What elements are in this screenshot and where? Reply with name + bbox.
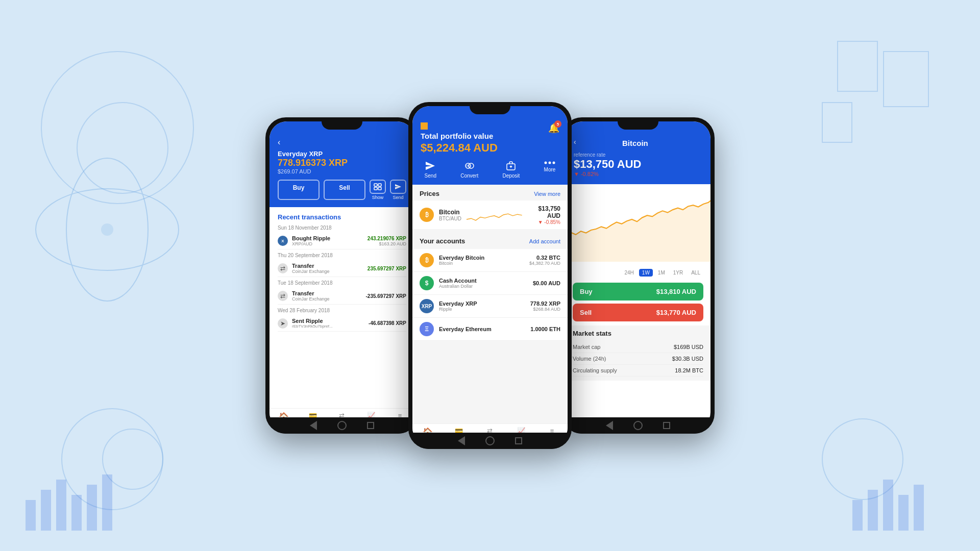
account-crypto: $0.00 AUD [533, 280, 560, 286]
right-phone-notch [618, 117, 658, 130]
svg-rect-8 [102, 474, 112, 531]
list-item[interactable]: $ Cash Account Australian Dollar $0.00 A… [412, 272, 568, 295]
left-phone-notch [322, 117, 362, 130]
account-type: Bitcoin [439, 261, 524, 266]
svg-rect-15 [378, 184, 381, 186]
table-row[interactable]: ➤ Sent Ripple rEbTV3nRk5u7bpref... -46.6… [278, 315, 406, 332]
bitcoin-price: $13,750 AUD [527, 205, 560, 219]
left-header: ‹ Everyday XRP 778.916373 XRP $269.07 AU… [270, 121, 414, 207]
bitcoin-pair: BTC/AUD [439, 216, 461, 221]
add-account-link[interactable]: Add account [529, 238, 560, 244]
send-button[interactable]: Send [390, 180, 406, 200]
tx-crypto-amount: 243.219076 XRP [368, 236, 406, 241]
date-header-2: Thu 20 September 2018 [278, 253, 406, 258]
account-name: Cash Account [439, 278, 528, 284]
tx-crypto-amount: 235.697297 XRP [368, 266, 406, 271]
list-item[interactable]: ₿ Everyday Bitcoin Bitcoin 0.32 BTC $4,3… [412, 249, 568, 272]
left-back-button[interactable]: ‹ [278, 138, 406, 147]
send-icon [390, 180, 406, 194]
back-nav-icon[interactable] [606, 421, 613, 430]
account-fiat: $268.84 AUD [530, 307, 560, 312]
time-1w[interactable]: 1W [639, 269, 653, 277]
center-phone-nav-bar [408, 433, 572, 449]
show-icon [370, 180, 386, 194]
center-phone-notch [470, 102, 510, 114]
send-action-label: Send [425, 173, 436, 179]
home-nav-icon[interactable] [485, 436, 495, 445]
bitcoin-price-card[interactable]: ₿ Bitcoin BTC/AUD $13,750 AUD ▼ -0.85% [412, 201, 568, 229]
home-nav-icon[interactable] [337, 421, 347, 430]
circulating-supply-row: Circulating supply 18.2M BTC [573, 365, 703, 377]
sell-button[interactable]: Sell [324, 180, 365, 200]
eth-account-icon: Ξ [420, 322, 434, 336]
send-action-icon [425, 161, 436, 171]
tx-send-icon: ➤ [278, 318, 288, 329]
home-nav-icon[interactable] [633, 421, 643, 430]
change-indicator: ▼ [574, 171, 579, 177]
recents-nav-icon[interactable] [367, 422, 374, 429]
deposit-action-label: Deposit [502, 173, 520, 179]
portfolio-value: $5,224.84 AUD [421, 141, 498, 155]
left-coin-amount: 778.916373 XRP [278, 158, 406, 168]
buy-bitcoin-button[interactable]: Buy $13,810 AUD [573, 283, 703, 300]
account-name: Everyday Bitcoin [439, 255, 524, 261]
table-row[interactable]: ⇄ Transfer CoinJar Exchange 235.697297 X… [278, 260, 406, 277]
time-1yr[interactable]: 1YR [670, 269, 686, 277]
table-row[interactable]: X Bought Ripple XRP/AUD 243.219076 XRP $… [278, 233, 406, 249]
send-action[interactable]: Send [425, 161, 436, 179]
deposit-action[interactable]: Deposit [502, 161, 520, 179]
buy-label: Buy [580, 288, 593, 295]
date-header-3: Tue 18 September 2018 [278, 280, 406, 286]
convert-action-icon: 0% [464, 161, 475, 171]
phones-container: ‹ Everyday XRP 778.916373 XRP $269.07 AU… [265, 102, 715, 449]
recents-nav-icon[interactable] [515, 437, 522, 444]
account-fiat: $4,382.70 AUD [529, 261, 560, 266]
svg-rect-11 [883, 480, 893, 531]
view-more-link[interactable]: View more [534, 191, 560, 197]
transactions-section: Recent transactions Sun 18 November 2018… [270, 207, 414, 408]
account-name: Everyday Ethereum [439, 326, 525, 332]
portfolio-coin-icon [421, 122, 428, 130]
svg-rect-13 [914, 485, 924, 531]
date-header-4: Wed 28 February 2018 [278, 308, 406, 313]
back-nav-icon[interactable] [310, 421, 317, 430]
time-all[interactable]: ALL [688, 269, 703, 277]
bitcoin-title: Bitcoin [576, 139, 694, 147]
tx-pair: CoinJar Exchange [292, 269, 363, 274]
transactions-title: Recent transactions [278, 213, 406, 221]
more-action-icon [544, 161, 555, 165]
notification-button[interactable]: 🔔 5 [548, 122, 559, 134]
svg-point-1 [66, 158, 148, 301]
right-phone-nav-bar [561, 417, 715, 434]
send-label: Send [393, 195, 403, 200]
table-row[interactable]: ⇄ Transfer CoinJar Exchange -235.697297 … [278, 288, 406, 305]
bg-chart-svg [20, 469, 122, 531]
svg-point-2 [101, 223, 113, 236]
deposit-action-icon [505, 161, 517, 171]
svg-point-22 [544, 162, 547, 164]
convert-action[interactable]: 0% Convert [460, 161, 478, 179]
bitcoin-name: Bitcoin [439, 209, 461, 216]
center-content: Prices View more ₿ Bitcoin BTC/AUD $13,7… [412, 185, 568, 423]
more-action[interactable]: More [544, 161, 556, 179]
list-item[interactable]: Ξ Everyday Ethereum 1.0000 ETH [412, 318, 568, 341]
list-item[interactable]: XRP Everyday XRP Ripple 778.92 XRP $268.… [412, 295, 568, 318]
recents-nav-icon[interactable] [663, 422, 670, 429]
tx-transfer-icon-2: ⇄ [278, 291, 288, 301]
bitcoin-price-change: ▼ -0.82% [574, 171, 702, 177]
svg-text:0%: 0% [466, 164, 470, 167]
tx-name: Transfer [292, 290, 361, 296]
bg-chart2-svg [847, 469, 949, 531]
back-nav-icon[interactable] [458, 436, 465, 445]
buy-button[interactable]: Buy [278, 180, 320, 200]
svg-rect-9 [852, 500, 863, 531]
time-1m[interactable]: 1M [655, 269, 668, 277]
sell-bitcoin-button[interactable]: Sell $13,770 AUD [573, 304, 703, 321]
market-cap-value: $169B USD [674, 344, 703, 350]
svg-rect-4 [41, 490, 51, 531]
price-chart-container [566, 184, 710, 266]
time-24h[interactable]: 24H [621, 269, 636, 277]
show-button[interactable]: Show [370, 180, 386, 200]
portfolio-title: Total portfolio value [421, 132, 498, 140]
tx-pair: XRP/AUD [292, 241, 363, 246]
